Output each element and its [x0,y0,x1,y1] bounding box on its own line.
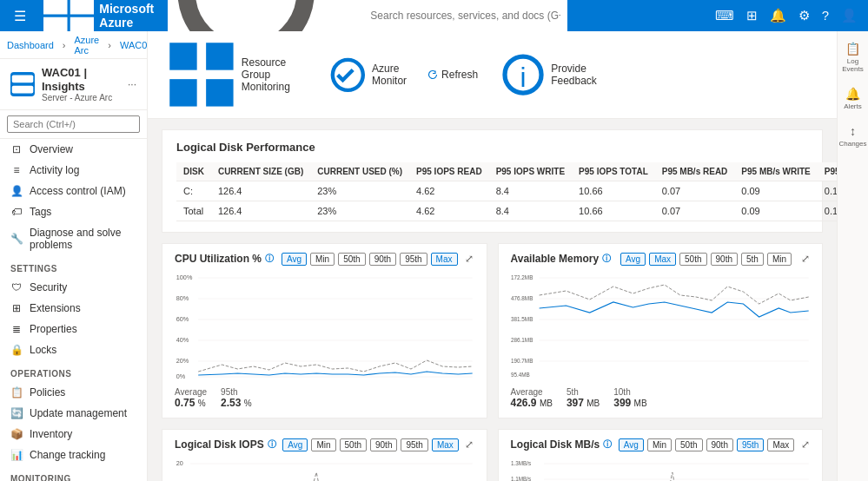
cpu-info-icon[interactable]: ⓘ [265,253,274,265]
sidebar-page-title: WAC01 | Insights [42,66,121,93]
resource-toolbar: Resource Group Monitoring Azure Monitor … [148,31,837,119]
sidebar-nav: ⊡ Overview ≡ Activity log 👤 Access contr… [0,139,147,481]
mem-max-btn[interactable]: Max [649,253,676,266]
azure-topnav: ☰ Microsoft Azure ⌨ ⊞ 🔔 ⚙ ? 👤 [0,0,868,31]
sidebar-item-security[interactable]: 🛡 Security [0,277,147,298]
mbs-info-icon[interactable]: ⓘ [603,438,612,451]
cpu-avg-btn[interactable]: Avg [282,253,307,266]
azure-monitor-btn[interactable]: Azure Monitor [324,53,410,97]
iops-chart-expand-icon[interactable]: ⤢ [465,438,474,451]
iops-info-icon[interactable]: ⓘ [268,438,276,451]
user-icon[interactable]: 👤 [841,8,858,23]
provide-feedback-btn[interactable]: i Provide Feedback [495,49,600,101]
disk-performance-title: Logical Disk Performance [176,141,808,154]
directory-icon[interactable]: ⊞ [746,8,758,23]
refresh-btn[interactable]: Refresh [424,67,481,82]
sidebar-item-change-tracking[interactable]: 📊 Change tracking [0,445,147,465]
cpu-min-btn[interactable]: Min [310,253,335,266]
hamburger-button[interactable]: ☰ [10,8,30,24]
help-icon[interactable]: ? [822,8,829,23]
cpu-chart-expand-icon[interactable]: ⤢ [465,253,474,265]
cpu-max-btn[interactable]: Max [431,253,458,266]
table-row: C:126.423%4.628.410.660.070.090.131.010.… [176,181,837,201]
log-events-panel-item[interactable]: 📋 Log Events [838,38,868,76]
sidebar-item-activity-log[interactable]: ≡ Activity log [0,160,147,181]
sidebar-item-tags[interactable]: 🏷 Tags [0,201,147,222]
svg-text:02:30: 02:30 [774,379,790,381]
mem-90th-btn[interactable]: 90th [711,253,738,266]
iops-95th-btn[interactable]: 95th [401,438,427,451]
diagnose-icon: 🔧 [10,233,23,245]
memory-chart-footer: Average 426.9 MB 5th 397 MB 10th 399 MB [511,387,811,409]
server-avatar [10,72,35,96]
memory-avg-stat: Average 426.9 MB [511,387,553,409]
iops-chart-header: Logical Disk IOPS ⓘ Avg Min 50th 90th 95… [175,438,474,451]
memory-chart-expand-icon[interactable]: ⤢ [801,253,810,265]
svg-text:1.1MB/s: 1.1MB/s [511,476,532,481]
mbs-chart-expand-icon[interactable]: ⤢ [801,438,810,451]
mbs-avg-btn[interactable]: Avg [619,438,644,451]
breadcrumb-dashboard[interactable]: Dashboard [7,40,54,50]
cpu-90th-btn[interactable]: 90th [369,253,396,266]
available-memory-chart-card: Available Memory ⓘ Avg Max 50th 90th 5th… [498,243,824,418]
col-p95-iops-read: P95 IOPS READ [409,162,489,181]
more-options-button[interactable]: ··· [128,78,136,90]
sidebar-item-access-control[interactable]: 👤 Access control (IAM) [0,181,147,201]
changes-panel-item[interactable]: ↕ Changes [835,121,868,151]
alerts-panel-item[interactable]: 🔔 Alerts [840,83,865,114]
cpu-95th-btn[interactable]: 95th [400,253,427,266]
breadcrumb-bar: Dashboard › Azure Arc › WAC01 [0,31,147,59]
iops-avg-btn[interactable]: Avg [282,438,308,451]
mbs-95th-btn[interactable]: 95th [737,438,764,451]
sidebar-item-extensions[interactable]: ⊞ Extensions [0,298,147,319]
iops-min-btn[interactable]: Min [311,438,335,451]
svg-text:190.7MB: 190.7MB [511,358,533,364]
svg-rect-3 [12,86,34,94]
mem-50th-btn[interactable]: 50th [679,253,706,266]
breadcrumb-azure-arc[interactable]: Azure Arc [75,35,100,56]
sidebar-item-overview[interactable]: ⊡ Overview [0,139,147,160]
mem-min-btn[interactable]: Min [767,253,792,266]
cpu-95th-stat: 95th 2.53 % [221,387,252,409]
iops-50th-btn[interactable]: 50th [340,438,367,451]
svg-text:60%: 60% [176,314,189,322]
breadcrumb-wac01[interactable]: WAC01 [120,40,148,50]
sidebar-item-inventory[interactable]: 📦 Inventory [0,424,147,445]
mbs-min-btn[interactable]: Min [647,438,672,451]
svg-text:80%: 80% [176,293,189,301]
cpu-avg-stat: Average 0.75 % [175,387,207,409]
cloud-shell-icon[interactable]: ⌨ [715,8,734,23]
svg-text:286.1MB: 286.1MB [511,337,533,343]
mem-5th-btn[interactable]: 5th [741,253,764,266]
svg-text:20%: 20% [176,356,189,364]
tags-icon: 🏷 [10,206,23,218]
resource-group-monitoring-btn[interactable]: Resource Group Monitoring [162,36,310,113]
policies-icon: 📋 [10,386,23,399]
iops-90th-btn[interactable]: 90th [370,438,397,451]
svg-rect-2 [12,76,34,83]
memory-chart-svg: 172.2MB 476.8MB 381.5MB 286.1MB 190.7MB … [511,269,811,382]
sidebar-item-policies[interactable]: 📋 Policies [0,382,147,403]
col-current-used: CURRENT USED (%) [310,162,409,181]
svg-text:02:15: 02:15 [699,379,715,381]
mbs-max-btn[interactable]: Max [767,438,794,451]
mem-avg-btn[interactable]: Avg [620,253,646,266]
sidebar-search-input[interactable] [7,115,140,133]
cpu-chart-header: CPU Utilization % ⓘ Avg Min 50th 90th 95… [175,253,474,266]
sidebar-item-locks[interactable]: 🔒 Locks [0,339,147,360]
notification-icon[interactable]: 🔔 [770,8,786,23]
mbs-50th-btn[interactable]: 50th [675,438,702,451]
sidebar-item-properties[interactable]: ≣ Properties [0,319,147,339]
svg-rect-6 [169,79,196,106]
sidebar-item-diagnose[interactable]: 🔧 Diagnose and solve problems [0,222,147,255]
svg-text:01:45: 01:45 [218,379,234,381]
cpu-50th-btn[interactable]: 50th [338,253,365,266]
iops-max-btn[interactable]: Max [432,438,459,451]
svg-text:381.5MB: 381.5MB [511,316,533,322]
settings-icon[interactable]: ⚙ [798,8,810,23]
sidebar-item-update-management[interactable]: 🔄 Update management [0,403,147,424]
mbs-90th-btn[interactable]: 90th [706,438,733,451]
search-input[interactable] [370,10,560,22]
changes-icon: ↕ [850,124,856,138]
memory-info-icon[interactable]: ⓘ [602,253,611,265]
